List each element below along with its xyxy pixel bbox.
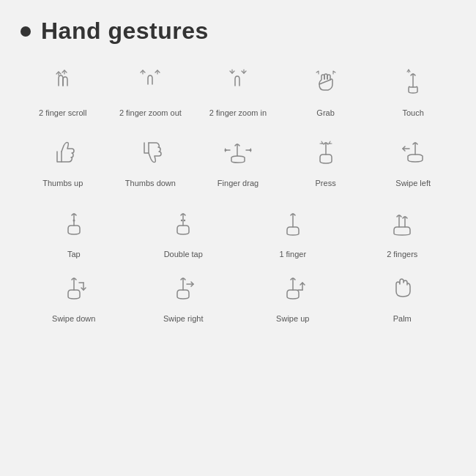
thumbs-down-label: Thumbs down (125, 178, 176, 188)
gesture-item-thumbs-up: Thumbs up (21, 131, 105, 188)
tap-label: Tap (67, 249, 81, 259)
gesture-grid-row2: Thumbs up Thumbs down (21, 131, 455, 188)
two-fingers-icon (381, 202, 423, 245)
grab-label: Grab (316, 108, 334, 118)
gesture-item-palm: Palm (349, 267, 456, 324)
gesture-grid-row3: Tap Double tap (21, 202, 455, 259)
one-finger-icon (272, 202, 314, 245)
gesture-grid-row4: Swipe down Swipe right (21, 267, 455, 324)
gesture-item-swipe-down: Swipe down (21, 267, 127, 324)
gesture-item-two-fingers: 2 fingers (349, 202, 456, 259)
two-finger-zoom-out-icon (129, 61, 171, 103)
two-fingers-label: 2 fingers (387, 249, 417, 259)
gesture-item-swipe-right: Swipe right (130, 267, 237, 324)
swipe-right-label: Swipe right (163, 313, 203, 324)
one-finger-label: 1 finger (279, 249, 306, 259)
press-icon (305, 131, 347, 174)
svg-point-2 (184, 219, 185, 220)
gesture-item-press: Press (283, 131, 368, 188)
two-finger-zoom-in-label: 2 finger zoom in (209, 108, 267, 118)
thumbs-up-label: Thumbs up (42, 178, 83, 188)
thumbs-down-icon (129, 131, 171, 174)
gesture-item-two-finger-zoom-out: 2 finger zoom out (108, 61, 193, 118)
finger-drag-icon (217, 131, 259, 174)
gesture-item-swipe-left: Swipe left (371, 131, 455, 188)
bullet-icon (21, 26, 31, 37)
swipe-down-label: Swipe down (52, 313, 95, 324)
press-label: Press (316, 178, 336, 188)
gesture-item-grab: Grab (283, 61, 368, 118)
touch-icon (392, 61, 434, 103)
gesture-item-two-finger-scroll: 2 finger scroll (21, 61, 105, 118)
finger-drag-label: Finger drag (217, 178, 259, 188)
gesture-item-one-finger: 1 finger (239, 202, 346, 259)
gesture-item-swipe-up: Swipe up (239, 267, 346, 324)
double-tap-icon (162, 202, 204, 245)
gesture-item-two-finger-zoom-in: 2 finger zoom in (196, 61, 280, 118)
gesture-item-thumbs-down: Thumbs down (108, 131, 193, 188)
swipe-down-icon (53, 267, 95, 309)
two-finger-zoom-out-label: 2 finger zoom out (119, 108, 182, 118)
svg-point-0 (72, 219, 75, 221)
swipe-up-icon (272, 267, 314, 309)
double-tap-label: Double tap (164, 249, 203, 259)
tap-icon (53, 202, 95, 245)
gesture-item-touch: Touch (371, 61, 455, 118)
gesture-grid-row1: 2 finger scroll 2 finger zoom out (21, 61, 455, 118)
header: Hand gestures (21, 18, 455, 45)
gesture-item-double-tap: Double tap (130, 202, 237, 259)
gesture-item-tap: Tap (21, 202, 127, 259)
touch-label: Touch (403, 108, 424, 118)
svg-point-1 (181, 219, 182, 220)
palm-icon (381, 267, 423, 309)
page: Hand gestures 2 finger scroll (0, 0, 476, 476)
palm-label: Palm (393, 313, 412, 324)
page-title: Hand gestures (41, 18, 209, 45)
gesture-item-finger-drag: Finger drag (196, 131, 280, 188)
swipe-left-label: Swipe left (395, 178, 431, 188)
two-finger-scroll-label: 2 finger scroll (39, 108, 86, 118)
two-finger-zoom-in-icon (217, 61, 259, 103)
grab-icon (305, 61, 347, 103)
swipe-right-icon (162, 267, 204, 309)
swipe-up-label: Swipe up (276, 313, 309, 324)
swipe-left-icon (392, 131, 434, 174)
thumbs-up-icon (42, 131, 84, 174)
two-finger-scroll-icon (42, 61, 84, 103)
